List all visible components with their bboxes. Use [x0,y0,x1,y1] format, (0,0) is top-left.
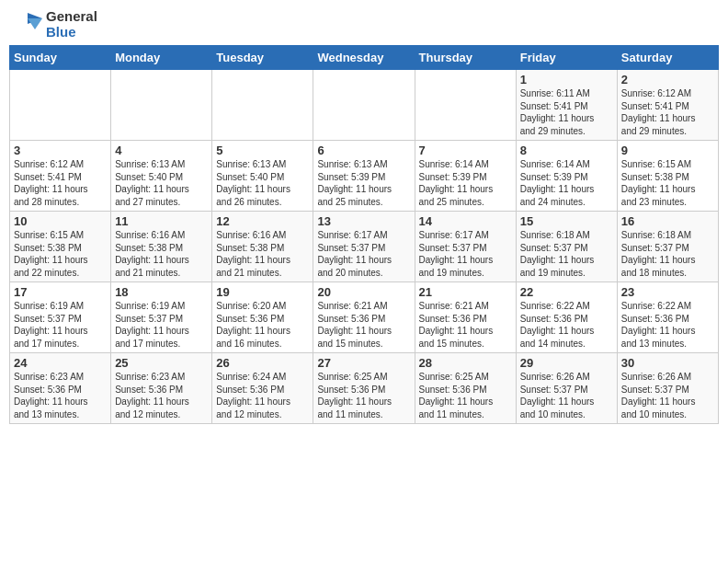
day-info: Sunrise: 6:17 AMSunset: 5:37 PMDaylight:… [419,229,512,279]
week-row-4: 17Sunrise: 6:19 AMSunset: 5:37 PMDayligh… [10,282,719,353]
logo-bird-icon [9,11,42,39]
calendar-cell: 22Sunrise: 6:22 AMSunset: 5:36 PMDayligh… [516,282,617,353]
calendar-cell: 12Sunrise: 6:16 AMSunset: 5:38 PMDayligh… [212,212,313,282]
calendar-cell: 26Sunrise: 6:24 AMSunset: 5:36 PMDayligh… [212,353,313,424]
calendar-cell: 30Sunrise: 6:26 AMSunset: 5:37 PMDayligh… [617,353,718,424]
day-info: Sunrise: 6:20 AMSunset: 5:36 PMDaylight:… [216,300,309,350]
calendar-cell: 11Sunrise: 6:16 AMSunset: 5:38 PMDayligh… [111,212,212,282]
day-number: 3 [14,144,107,157]
day-number: 15 [520,214,613,228]
calendar-cell: 24Sunrise: 6:23 AMSunset: 5:36 PMDayligh… [10,353,111,424]
calendar-cell: 13Sunrise: 6:17 AMSunset: 5:37 PMDayligh… [313,212,415,282]
calendar-cell: 3Sunrise: 6:12 AMSunset: 5:41 PMDaylight… [10,141,111,212]
day-number: 9 [621,144,714,157]
day-info: Sunrise: 6:25 AMSunset: 5:36 PMDaylight:… [419,371,512,420]
day-number: 4 [115,144,208,157]
calendar-cell [111,70,212,141]
day-number: 20 [317,285,410,299]
day-number: 28 [419,356,512,370]
calendar-cell: 29Sunrise: 6:26 AMSunset: 5:37 PMDayligh… [516,353,617,424]
svg-marker-1 [28,18,42,29]
day-number: 16 [621,214,714,228]
calendar-cell: 14Sunrise: 6:17 AMSunset: 5:37 PMDayligh… [415,212,516,282]
day-number: 11 [115,214,208,228]
calendar-cell: 6Sunrise: 6:13 AMSunset: 5:39 PMDaylight… [313,141,415,212]
day-number: 14 [419,214,512,228]
day-number: 5 [216,144,309,157]
day-number: 8 [520,144,613,157]
calendar-cell: 1Sunrise: 6:11 AMSunset: 5:41 PMDaylight… [516,70,617,141]
day-info: Sunrise: 6:25 AMSunset: 5:36 PMDaylight:… [317,371,410,420]
day-info: Sunrise: 6:23 AMSunset: 5:36 PMDaylight:… [115,371,208,420]
day-number: 6 [317,144,410,157]
calendar-cell: 21Sunrise: 6:21 AMSunset: 5:36 PMDayligh… [415,282,516,353]
weekday-header-row: SundayMondayTuesdayWednesdayThursdayFrid… [10,46,719,70]
day-number: 17 [14,285,107,299]
day-number: 13 [317,214,410,228]
day-info: Sunrise: 6:11 AMSunset: 5:41 PMDaylight:… [520,87,613,137]
weekday-sunday: Sunday [10,46,111,70]
page-container: General Blue SundayMondayTuesdayWednesda… [0,0,728,433]
day-info: Sunrise: 6:21 AMSunset: 5:36 PMDaylight:… [317,300,410,350]
day-info: Sunrise: 6:16 AMSunset: 5:38 PMDaylight:… [216,229,309,279]
day-number: 25 [115,356,208,370]
calendar-cell: 27Sunrise: 6:25 AMSunset: 5:36 PMDayligh… [313,353,415,424]
day-number: 19 [216,285,309,299]
calendar-cell [212,70,313,141]
day-number: 21 [419,285,512,299]
day-info: Sunrise: 6:21 AMSunset: 5:36 PMDaylight:… [419,300,512,350]
week-row-2: 3Sunrise: 6:12 AMSunset: 5:41 PMDaylight… [10,141,719,212]
logo: General Blue [9,9,97,40]
calendar-cell: 23Sunrise: 6:22 AMSunset: 5:36 PMDayligh… [617,282,718,353]
calendar-cell: 16Sunrise: 6:18 AMSunset: 5:37 PMDayligh… [617,212,718,282]
week-row-3: 10Sunrise: 6:15 AMSunset: 5:38 PMDayligh… [10,212,719,282]
calendar-cell: 17Sunrise: 6:19 AMSunset: 5:37 PMDayligh… [10,282,111,353]
weekday-monday: Monday [111,46,212,70]
day-info: Sunrise: 6:19 AMSunset: 5:37 PMDaylight:… [14,300,107,350]
day-number: 30 [621,356,714,370]
day-info: Sunrise: 6:18 AMSunset: 5:37 PMDaylight:… [621,229,714,279]
day-number: 12 [216,214,309,228]
day-info: Sunrise: 6:15 AMSunset: 5:38 PMDaylight:… [621,158,714,208]
week-row-5: 24Sunrise: 6:23 AMSunset: 5:36 PMDayligh… [10,353,719,424]
day-info: Sunrise: 6:22 AMSunset: 5:36 PMDaylight:… [621,300,714,350]
day-info: Sunrise: 6:13 AMSunset: 5:39 PMDaylight:… [317,158,410,208]
day-info: Sunrise: 6:13 AMSunset: 5:40 PMDaylight:… [216,158,309,208]
calendar-cell: 18Sunrise: 6:19 AMSunset: 5:37 PMDayligh… [111,282,212,353]
day-info: Sunrise: 6:18 AMSunset: 5:37 PMDaylight:… [520,229,613,279]
weekday-tuesday: Tuesday [212,46,313,70]
logo-text: General Blue [46,9,97,40]
calendar-cell: 28Sunrise: 6:25 AMSunset: 5:36 PMDayligh… [415,353,516,424]
calendar-cell: 10Sunrise: 6:15 AMSunset: 5:38 PMDayligh… [10,212,111,282]
day-info: Sunrise: 6:14 AMSunset: 5:39 PMDaylight:… [419,158,512,208]
day-number: 1 [520,73,613,86]
day-info: Sunrise: 6:15 AMSunset: 5:38 PMDaylight:… [14,229,107,279]
weekday-friday: Friday [516,46,617,70]
calendar-cell: 4Sunrise: 6:13 AMSunset: 5:40 PMDaylight… [111,141,212,212]
day-info: Sunrise: 6:12 AMSunset: 5:41 PMDaylight:… [621,87,714,137]
day-info: Sunrise: 6:17 AMSunset: 5:37 PMDaylight:… [317,229,410,279]
day-number: 29 [520,356,613,370]
calendar-cell: 15Sunrise: 6:18 AMSunset: 5:37 PMDayligh… [516,212,617,282]
calendar-cell: 2Sunrise: 6:12 AMSunset: 5:41 PMDaylight… [617,70,718,141]
day-number: 26 [216,356,309,370]
day-info: Sunrise: 6:12 AMSunset: 5:41 PMDaylight:… [14,158,107,208]
day-info: Sunrise: 6:26 AMSunset: 5:37 PMDaylight:… [621,371,714,420]
day-info: Sunrise: 6:19 AMSunset: 5:37 PMDaylight:… [115,300,208,350]
day-number: 27 [317,356,410,370]
calendar-cell [313,70,415,141]
week-row-1: 1Sunrise: 6:11 AMSunset: 5:41 PMDaylight… [10,70,719,141]
day-number: 2 [621,73,714,86]
day-number: 23 [621,285,714,299]
weekday-saturday: Saturday [617,46,718,70]
calendar-cell: 8Sunrise: 6:14 AMSunset: 5:39 PMDaylight… [516,141,617,212]
day-info: Sunrise: 6:26 AMSunset: 5:37 PMDaylight:… [520,371,613,420]
day-number: 18 [115,285,208,299]
day-info: Sunrise: 6:13 AMSunset: 5:40 PMDaylight:… [115,158,208,208]
weekday-wednesday: Wednesday [313,46,415,70]
day-info: Sunrise: 6:14 AMSunset: 5:39 PMDaylight:… [520,158,613,208]
day-info: Sunrise: 6:24 AMSunset: 5:36 PMDaylight:… [216,371,309,420]
calendar-cell: 9Sunrise: 6:15 AMSunset: 5:38 PMDaylight… [617,141,718,212]
calendar-table: SundayMondayTuesdayWednesdayThursdayFrid… [9,45,719,424]
day-info: Sunrise: 6:22 AMSunset: 5:36 PMDaylight:… [520,300,613,350]
